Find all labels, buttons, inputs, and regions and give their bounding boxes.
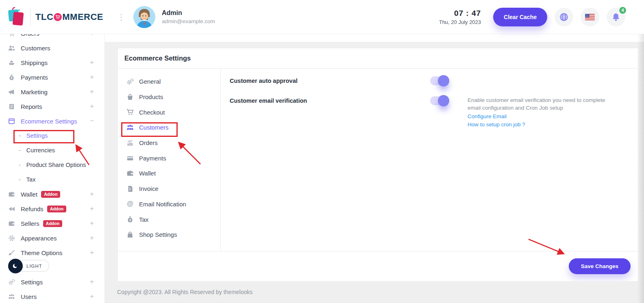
tab-label: Customers [139, 124, 169, 131]
tab-general[interactable]: General [118, 74, 220, 89]
tab-payments[interactable]: Payments [118, 150, 220, 166]
brand-name: TLC MMERCE [35, 12, 103, 22]
tab-label: Wallet [139, 170, 156, 177]
expand-plus-icon[interactable]: + [90, 219, 94, 227]
tab-shop-settings[interactable]: Shop Settings [118, 227, 220, 242]
expand-plus-icon[interactable]: + [90, 249, 94, 257]
expand-plus-icon[interactable]: + [90, 190, 94, 198]
toggle-customer-auto-approval[interactable] [430, 76, 449, 85]
expand-plus-icon[interactable]: + [90, 234, 94, 242]
expand-plus-icon[interactable]: + [90, 292, 94, 301]
sidebar-item-ecommerce-settings[interactable]: Ecommerce Settings − [0, 114, 104, 128]
clear-cache-button[interactable]: Clear Cache [493, 8, 547, 26]
header-actions: 07 : 47 Thu, 20 July 2023 Clear Cache 4 [439, 8, 644, 26]
sidebar-subitem-settings[interactable]: Settings [0, 128, 104, 143]
locale-flag-button[interactable] [581, 8, 599, 26]
sidebar-subitem-tax[interactable]: Tax [0, 172, 104, 187]
setting-label: Customer email verification [230, 96, 430, 104]
tab-tax[interactable]: Tax [118, 212, 220, 227]
expand-plus-icon[interactable]: + [90, 205, 94, 213]
sidebar-item-refunds[interactable]: Refunds Addon + [0, 201, 104, 216]
content-background: Ecommerce Settings General Products Chec… [105, 42, 644, 303]
sidebar-item-marketing[interactable]: Marketing + [0, 84, 104, 99]
main-content: Ecommerce Settings General Products Chec… [105, 34, 644, 303]
brand-cart-icon [54, 13, 62, 21]
basket-icon [126, 93, 134, 101]
cron-job-help-link[interactable]: How to setup cron job ? [468, 121, 608, 128]
clock-time: 07 : 47 [439, 9, 481, 18]
expand-plus-icon[interactable]: + [90, 34, 94, 37]
moon-icon [8, 259, 23, 273]
tab-orders[interactable]: Orders [118, 135, 220, 151]
settings-tab-list: General Products Checkout Customers [118, 69, 221, 251]
money-bag-icon [8, 74, 15, 81]
toggle-customer-email-verification[interactable] [430, 96, 449, 105]
save-changes-button[interactable]: Save Changes [569, 258, 631, 274]
language-globe-button[interactable] [555, 8, 573, 26]
users-icon [8, 45, 15, 52]
user-name: Admin [162, 9, 215, 17]
expand-plus-icon[interactable]: + [90, 278, 94, 286]
sidebar-item-wallet[interactable]: Wallet Addon + [0, 187, 104, 201]
card-title: Ecommerce Settings [124, 54, 191, 62]
sidebar-item-payments[interactable]: Payments + [0, 70, 104, 84]
avatar [133, 6, 155, 28]
expand-plus-icon[interactable]: + [90, 73, 94, 81]
tab-label: Checkout [139, 109, 165, 116]
ship-icon [8, 59, 15, 66]
theme-toggle[interactable]: LIGHT [9, 260, 49, 272]
sidebar-item-appearances[interactable]: Appearances + [0, 231, 104, 245]
addon-badge: Addon [47, 206, 66, 212]
tab-wallet[interactable]: Wallet [118, 166, 220, 181]
toggle-knob [438, 95, 449, 106]
expand-plus-icon[interactable]: + [90, 88, 94, 96]
tab-label: Payments [139, 155, 166, 162]
window-icon [8, 118, 15, 125]
sidebar-item-label: Ecommerce Settings [21, 118, 77, 125]
sidebar-item-shippings[interactable]: Shippings + [0, 55, 104, 70]
tab-email-notification[interactable]: Email Notification [118, 197, 220, 212]
collapse-minus-icon[interactable]: − [90, 117, 94, 125]
tab-invoice[interactable]: Invoice [118, 181, 220, 197]
sidebar-item-reports[interactable]: Reports + [0, 99, 104, 114]
sidebar-item-sellers[interactable]: Sellers Addon + [0, 216, 104, 231]
megaphone-icon [8, 89, 15, 95]
sidebar-item-settings[interactable]: Settings + [0, 275, 104, 289]
sidebar-item-customers[interactable]: Customers [0, 41, 104, 55]
brand-logo[interactable]: TLC MMERCE [0, 7, 105, 27]
expand-plus-icon[interactable]: + [90, 102, 94, 110]
money-bag-icon [126, 216, 134, 223]
tab-customers[interactable]: Customers [118, 120, 220, 135]
sidebar-item-orders[interactable]: Orders + [0, 34, 104, 41]
brand-name-pre: TLC [35, 12, 53, 22]
more-options-icon[interactable] [117, 13, 125, 21]
brand-name-post: MMERCE [62, 12, 103, 22]
notifications-button[interactable]: 4 [607, 8, 625, 26]
shopping-bag-icon [126, 231, 134, 238]
sidebar-subitem-currencies[interactable]: Currencies [0, 143, 104, 158]
sidebar-subitem-product-share-options[interactable]: Product Share Options [0, 158, 104, 172]
sidebar-item-users[interactable]: Users + [0, 289, 104, 303]
sidebar-item-theme-options[interactable]: Theme Options + [0, 245, 104, 260]
user-profile[interactable]: Admin admin@example.com [133, 6, 215, 28]
configure-email-link[interactable]: Configure Email [468, 113, 608, 120]
users-icon [126, 124, 134, 131]
tab-label: Email Notification [139, 201, 186, 208]
gear-icon [126, 78, 134, 85]
customers-settings-panel: Customer auto approval Customer email ve… [221, 69, 638, 251]
sidebar-item-label: Customers [21, 45, 50, 52]
tab-products[interactable]: Products [118, 89, 220, 105]
tab-checkout[interactable]: Checkout [118, 104, 220, 120]
expand-plus-icon[interactable]: + [90, 58, 94, 67]
sidebar-submenu-ecommerce-settings: Settings Currencies Product Share Option… [0, 128, 104, 187]
bell-icon [611, 13, 620, 22]
card-header: Ecommerce Settings [118, 48, 638, 69]
tab-label: Orders [139, 139, 158, 146]
tab-label: Invoice [139, 185, 159, 192]
ecommerce-settings-card: Ecommerce Settings General Products Chec… [118, 48, 638, 281]
user-email: admin@example.com [162, 18, 215, 24]
tab-label: Products [139, 93, 163, 100]
clock-date: Thu, 20 July 2023 [439, 19, 481, 25]
brush-icon [8, 249, 15, 256]
sidebar-item-label: Users [21, 293, 37, 300]
